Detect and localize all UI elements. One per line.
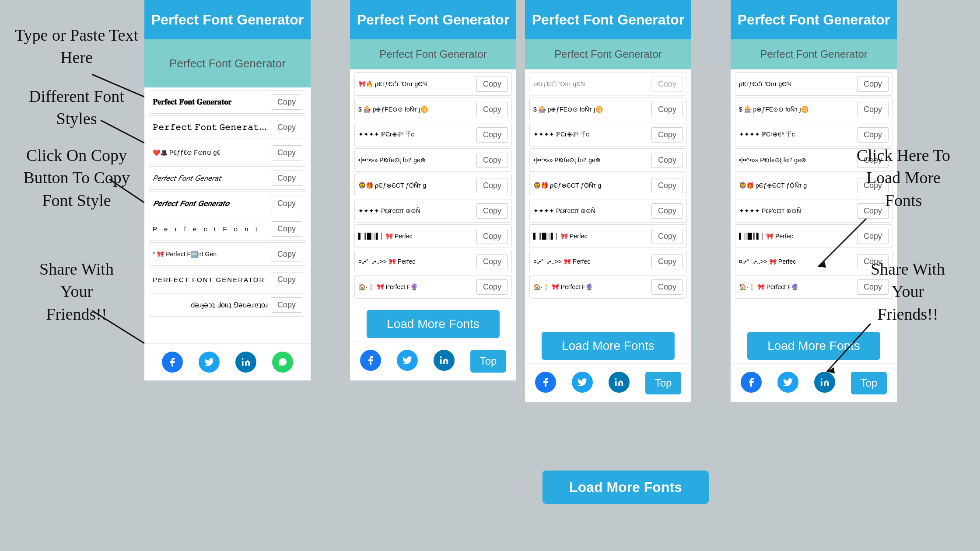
font-row: 𝙿𝚎𝚛𝚏𝚎𝚌𝚝 𝙵𝚘𝚗𝚝 𝙶𝚎𝚗𝚎𝚛𝚊𝚝𝚘𝚛 Copy: [149, 115, 306, 139]
font-text: •|••°•»» P€rfe⊙ţ fo᷊ᵗ ge⊗: [358, 157, 476, 164]
font-row: $ 🎰 p⊕ƒFE⊙⊙ foÑт ɟ🉑 Copy: [529, 98, 687, 121]
twitter-icon[interactable]: [397, 350, 418, 371]
font-row: ρ€ɾƒЄƈт 'Оnт gЄℕ Copy: [529, 72, 687, 96]
font-row: ✦✦✦✦ ℙЄr⊕𝔈ᵃ 千c Copy: [735, 123, 892, 146]
copy-button[interactable]: Copy: [476, 203, 508, 219]
input-display: Perfect Font Generator: [350, 39, 516, 70]
svg-point-11: [820, 378, 822, 380]
copy-button[interactable]: Copy: [271, 145, 302, 160]
copy-button[interactable]: Copy: [476, 153, 508, 168]
right-panel-header-3: Perfect Font Generator: [731, 0, 897, 39]
font-text: * 🎀 Perfect F🔤nt Gen: [153, 251, 271, 258]
copy-button[interactable]: Copy: [651, 254, 683, 269]
font-text: ✦✦✦✦ ℙЄr⊕𝔈ᵃ 千c: [533, 131, 651, 139]
twitter-icon[interactable]: [777, 372, 798, 393]
load-more-label-bottom[interactable]: Load More Fonts: [542, 471, 709, 504]
linkedin-icon[interactable]: [235, 352, 256, 373]
svg-point-8: [242, 358, 244, 360]
copy-button[interactable]: Copy: [651, 127, 683, 143]
copy-button[interactable]: Copy: [651, 102, 683, 117]
right-phone-panel-2: Perfect Font Generator Perfect Font Gene…: [525, 0, 691, 402]
copy-button[interactable]: Copy: [271, 297, 302, 313]
copy-button[interactable]: Copy: [476, 178, 508, 193]
top-button[interactable]: Top: [645, 372, 682, 394]
linkedin-icon[interactable]: [814, 372, 835, 393]
font-text: $ 🎰 p⊕ƒFE⊙⊙ foÑт ɟ🉑: [739, 106, 857, 113]
linkedin-icon[interactable]: [434, 350, 455, 371]
copy-button[interactable]: Copy: [651, 279, 683, 295]
font-row: •|••°•»» P€rfe⊙ţ fo᷊ᵗ ge⊗ Copy: [529, 148, 687, 172]
font-list-right: 🎀🔥 ρ€ɾƒЄƈт 'Оnт gЄℕ Copy $ 🎰 p⊕ƒFE⊙⊙ foÑ…: [350, 70, 516, 307]
copy-button[interactable]: Copy: [476, 229, 508, 244]
copy-button[interactable]: Copy: [271, 196, 302, 211]
twitter-icon[interactable]: [199, 352, 220, 373]
copy-button[interactable]: Copy: [476, 127, 508, 143]
copy-button[interactable]: Copy: [271, 247, 302, 262]
copy-button[interactable]: Copy: [857, 102, 889, 117]
font-text: 𝐏𝐞𝐫𝐟𝐞𝐜𝐭 𝐅𝐨𝐧𝐭 𝐆𝐞𝐧𝐞𝐫𝐚𝐭𝐨𝐫: [153, 98, 271, 107]
whatsapp-icon[interactable]: [272, 352, 293, 373]
copy-button[interactable]: Copy: [857, 229, 889, 244]
right-panel-header-2: Perfect Font Generator: [525, 0, 691, 39]
font-row: ▌║█║▌│ 🎀 Perfec Copy: [354, 224, 512, 248]
font-row: 🦁🎁 ρЄƒ⊕ЄCТ ƒÔÑт g Copy: [354, 174, 512, 197]
load-more-button-2[interactable]: Load More Fonts: [542, 332, 675, 360]
font-row: PERFECT FONT GENERATOR Copy: [149, 268, 306, 291]
load-more-label-text: Load More Fonts: [569, 479, 682, 495]
font-row: ▌║█║▌│ 🎀 Perfec Copy: [529, 224, 687, 248]
font-text: ✦✦✦✦ ℙЄr⊕𝔈ᵃ 千c: [739, 131, 857, 139]
font-text: $ 🎰 p⊕ƒFE⊙⊙ foÑт ɟ🉑: [533, 106, 651, 113]
copy-button[interactable]: Copy: [651, 178, 683, 193]
font-text: 🦁🎁 ρЄƒ⊕ЄCТ ƒÔÑт g: [358, 182, 476, 189]
font-text: ¤ₐ•°¯ₐ•..>> 🎀 Perfec: [358, 258, 476, 265]
copy-button[interactable]: Copy: [476, 254, 508, 269]
font-row: * 🎀 Perfect F🔤nt Gen Copy: [149, 242, 306, 266]
font-text: 🏠·🕯️ 🎀 Perfect F🔮: [358, 283, 476, 290]
copy-button[interactable]: Copy: [857, 127, 889, 143]
font-text: ✦✦✦✦ ℙЄr⊕𝔈ᵃ 千c: [358, 131, 476, 139]
copy-button[interactable]: Copy: [651, 229, 683, 244]
font-text: 🏠·🕯️ 🎀 Perfect F🔮: [739, 283, 857, 290]
copy-button[interactable]: Copy: [857, 77, 889, 92]
font-row: $ 🎰 p⊕ƒFE⊙⊙ foÑт ɟ🉑 Copy: [735, 98, 892, 121]
font-text: PERFECT FONT GENERATOR: [153, 276, 271, 283]
font-text: ✦✦✦✦ Ρεя'е⊡т ⊕⊙Ñ: [739, 207, 857, 214]
facebook-icon[interactable]: [162, 352, 183, 373]
twitter-icon[interactable]: [572, 372, 593, 393]
linkedin-icon[interactable]: [609, 372, 630, 393]
font-text: 🦁🎁 ρЄƒ⊕ЄCТ ƒÔÑт g: [739, 182, 857, 189]
copy-button[interactable]: Copy: [271, 94, 302, 110]
font-text: ✦✦✦✦ Ρεя'е⊡т ⊕⊙Ñ: [533, 207, 651, 214]
input-display-2: Perfect Font Generator: [525, 39, 691, 70]
font-text: 𝘗𝘦𝘳𝘧𝘦𝘤𝘵 𝘍𝘰𝘯𝘵 𝘎𝘦𝘯𝘦𝘳𝘢𝘵: [153, 174, 271, 183]
annotation-font-styles: Different FontStyles: [13, 85, 140, 130]
svg-point-9: [440, 356, 441, 358]
font-text: ¤ₐ•°¯ₐ•..>> 🎀 Perfec: [739, 258, 857, 265]
font-row: $ 🎰 p⊕ƒFE⊙⊙ foÑт ɟ🉑 Copy: [354, 98, 512, 121]
load-more-button-3[interactable]: Load More Fonts: [747, 332, 880, 360]
font-text: ✦✦✦✦ Ρεя'е⊡т ⊕⊙Ñ: [358, 207, 476, 214]
font-row: ¤ₐ•°¯ₐ•..>> 🎀 Perfec Copy: [354, 250, 512, 273]
load-more-button[interactable]: Load More Fonts: [367, 310, 500, 338]
copy-button[interactable]: Copy: [476, 102, 508, 117]
font-row: ✦✦✦✦ Ρεя'е⊡т ⊕⊙Ñ Copy: [354, 199, 512, 223]
font-text: 🎀🔥 ρ€ɾƒЄƈт 'Оnт gЄℕ: [358, 80, 476, 87]
copy-button[interactable]: Copy: [476, 77, 508, 92]
font-text: ɹoʇɐɹǝuǝ⅁ ʇuoℲ ʇɔǝɟɹǝd: [153, 301, 271, 309]
top-button[interactable]: Top: [470, 350, 507, 373]
facebook-icon[interactable]: [741, 372, 762, 393]
copy-button[interactable]: Copy: [271, 120, 302, 135]
font-row: ❤️🎩 P€ƒƒ€⊙ F⊙n⊙ g€ Copy: [149, 141, 306, 164]
copy-button[interactable]: Copy: [271, 272, 302, 287]
copy-button[interactable]: Copy: [476, 279, 508, 295]
font-text: ❤️🎩 P€ƒƒ€⊙ F⊙n⊙ g€: [153, 149, 271, 156]
text-input[interactable]: [144, 39, 311, 87]
copy-button[interactable]: Copy: [651, 203, 683, 219]
copy-button[interactable]: Copy: [271, 171, 302, 186]
copy-button[interactable]: Copy: [651, 77, 683, 92]
copy-button[interactable]: Copy: [651, 153, 683, 168]
top-button[interactable]: Top: [851, 372, 887, 394]
facebook-icon[interactable]: [535, 372, 556, 393]
facebook-icon[interactable]: [360, 350, 381, 371]
copy-button[interactable]: Copy: [271, 221, 302, 237]
